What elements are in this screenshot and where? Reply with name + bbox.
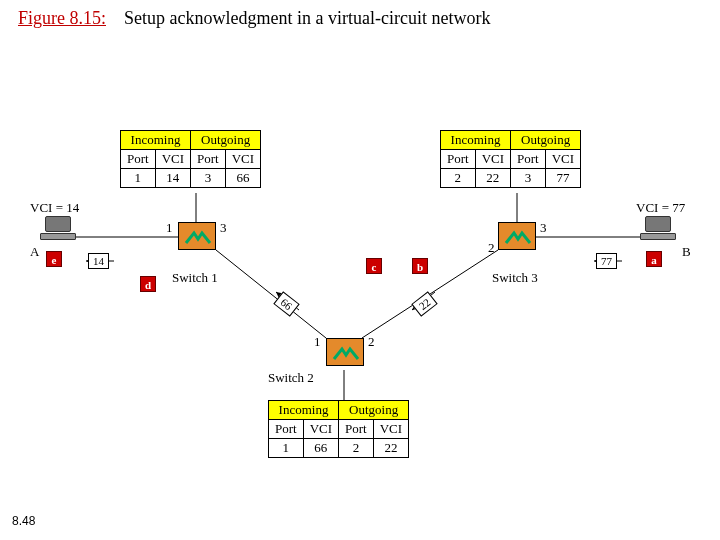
cell: 2 [339,439,374,458]
host-b-vci-label: VCI = 77 [636,200,685,216]
table-header-outgoing: Outgoing [339,401,409,420]
ack-tag-e: e [46,251,62,267]
switch3-label: Switch 3 [492,270,538,286]
switch2-label: Switch 2 [268,370,314,386]
laptop-icon [640,216,676,242]
col-port: Port [441,150,476,169]
diagram-canvas: VCI = 14 A VCI = 77 B 1 3 Switch 1 1 2 S… [0,0,720,540]
switch1-port-right: 3 [220,220,227,236]
cell: 66 [225,169,260,188]
cell: 66 [303,439,338,458]
svg-line-1 [216,250,326,338]
col-vci: VCI [303,420,338,439]
table-header-incoming: Incoming [269,401,339,420]
switch1-port-left: 1 [166,220,173,236]
col-port: Port [269,420,304,439]
routing-table-switch2: IncomingOutgoing PortVCIPortVCI 166222 [268,400,409,458]
col-vci: VCI [373,420,408,439]
ack-packet-e-vci: 14 [88,253,109,269]
routing-table-switch1: IncomingOutgoing PortVCIPortVCI 114366 [120,130,261,188]
cell: 22 [373,439,408,458]
col-vci: VCI [475,150,510,169]
ack-tag-a: a [646,251,662,267]
page-number: 8.48 [12,514,35,528]
cell: 14 [155,169,190,188]
cell: 2 [441,169,476,188]
host-a-name: A [30,244,39,260]
col-vci: VCI [225,150,260,169]
table-header-incoming: Incoming [121,131,191,150]
col-port: Port [191,150,226,169]
col-vci: VCI [155,150,190,169]
table-header-outgoing: Outgoing [191,131,261,150]
col-vci: VCI [545,150,580,169]
switch-icon [498,222,536,250]
routing-table-switch3: IncomingOutgoing PortVCIPortVCI 222377 [440,130,581,188]
ack-tag-b: b [412,258,428,274]
laptop-icon [40,216,76,242]
cell: 22 [475,169,510,188]
switch-icon [178,222,216,250]
col-port: Port [121,150,156,169]
ack-tag-d: d [140,276,156,292]
switch3-port-right: 3 [540,220,547,236]
col-port: Port [339,420,374,439]
cell: 77 [545,169,580,188]
cell: 1 [121,169,156,188]
ack-packet-a-vci: 77 [596,253,617,269]
switch2-port-left: 1 [314,334,321,350]
switch3-port-left: 2 [488,240,495,256]
switch2-port-right: 2 [368,334,375,350]
cell: 1 [269,439,304,458]
switch-icon [326,338,364,366]
host-b-name: B [682,244,691,260]
table-header-outgoing: Outgoing [511,131,581,150]
host-a-vci-label: VCI = 14 [30,200,79,216]
switch1-label: Switch 1 [172,270,218,286]
col-port: Port [511,150,546,169]
ack-tag-c: c [366,258,382,274]
table-header-incoming: Incoming [441,131,511,150]
cell: 3 [191,169,226,188]
cell: 3 [511,169,546,188]
network-links [0,0,720,540]
